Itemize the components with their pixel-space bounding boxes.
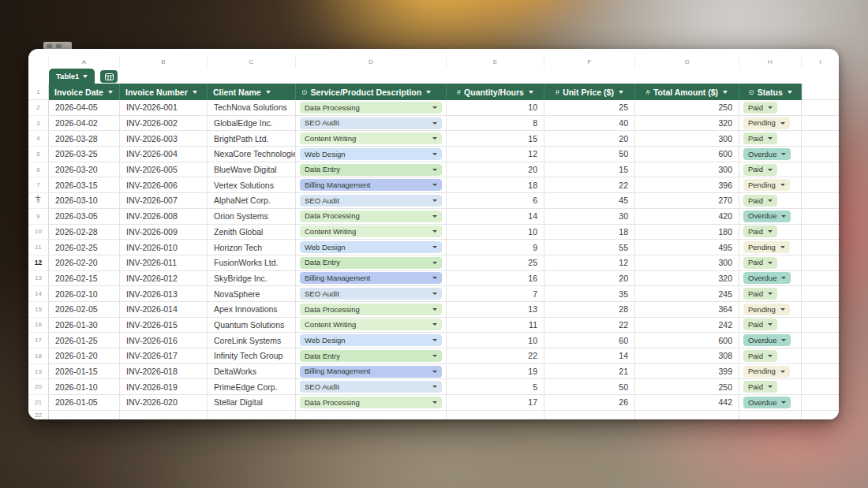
cell-total-amount[interactable]: 364 [635, 302, 739, 318]
service-dropdown-chip[interactable]: Data Processing [300, 102, 442, 114]
table-options-button[interactable] [100, 70, 118, 83]
cell-invoice-date[interactable]: 2026-01-20 [49, 348, 120, 364]
cell-service-description[interactable]: Web Design [296, 240, 447, 255]
cell-client-name[interactable]: GlobalEdge Inc. [208, 116, 296, 132]
cell-status[interactable]: Overdue [739, 271, 802, 287]
cell-unit-price[interactable]: 20 [544, 131, 635, 147]
select-all-corner[interactable] [28, 56, 49, 68]
cell-invoice-number[interactable]: INV-2026-004 [120, 147, 208, 162]
cell-quantity-hours[interactable]: 16 [447, 271, 544, 287]
row-number[interactable]: 9 [28, 209, 49, 225]
cell-invoice-date[interactable]: 2026-03-20 [49, 162, 120, 178]
cell-invoice-date[interactable]: 2026-02-05 [49, 302, 120, 318]
cell-service-description[interactable]: Content Writing [296, 225, 447, 240]
cell-invoice-number[interactable]: INV-2026-003 [120, 131, 208, 147]
cell-client-name[interactable]: Apex Innovations [208, 302, 296, 318]
header-quantity-hours[interactable]: #Quantity/Hours [447, 84, 544, 100]
cell-service-description[interactable]: SEO Audit [296, 116, 447, 132]
cell-unit-price[interactable]: 22 [544, 177, 635, 193]
status-dropdown-chip[interactable]: Overdue [743, 272, 791, 284]
status-dropdown-chip[interactable]: Paid [743, 132, 777, 144]
cell-invoice-number[interactable]: INV-2026-012 [120, 271, 208, 287]
service-dropdown-chip[interactable]: Data Processing [300, 304, 442, 315]
cell-client-name[interactable]: CoreLink Systems [208, 333, 296, 348]
status-dropdown-chip[interactable]: Pending [743, 366, 790, 378]
cell-total-amount[interactable]: 600 [635, 333, 739, 348]
cell-quantity-hours[interactable]: 13 [447, 302, 544, 318]
cell-invoice-date[interactable]: 2026-02-10 [49, 286, 120, 302]
row-number[interactable]: 4 [28, 131, 49, 147]
cell-status[interactable]: Pending [739, 302, 802, 318]
header-invoice-number[interactable]: Invoice Number [120, 84, 208, 100]
row-number[interactable]: 15 [28, 302, 49, 318]
cell-unit-price[interactable]: 15 [544, 162, 635, 178]
cell-service-description[interactable]: Billing Management [296, 364, 447, 380]
cell-quantity-hours[interactable]: 25 [447, 255, 544, 271]
service-dropdown-chip[interactable]: Data Entry [300, 164, 442, 176]
cell-invoice-number[interactable]: INV-2026-017 [120, 348, 208, 364]
row-number[interactable]: 21 [28, 395, 49, 411]
cell-invoice-date[interactable]: 2026-03-25 [49, 147, 120, 162]
cell-status[interactable]: Overdue [739, 147, 802, 162]
service-dropdown-chip[interactable]: Billing Management [300, 179, 442, 191]
cell-status[interactable]: Paid [739, 348, 802, 364]
cell-client-name[interactable]: Stellar Digital [208, 395, 296, 411]
cell-invoice-date[interactable]: 2026-04-02 [49, 116, 120, 132]
cell-service-description[interactable]: Data Processing [296, 395, 447, 411]
cell-invoice-date[interactable]: 2026-01-30 [49, 318, 120, 333]
column-letter-c[interactable]: C [208, 56, 296, 68]
service-dropdown-chip[interactable]: Data Entry [300, 257, 442, 269]
column-letter-g[interactable]: G [635, 56, 739, 68]
cell-total-amount[interactable]: 320 [635, 271, 739, 287]
cell-status[interactable]: Paid [739, 286, 802, 302]
header-total-amount-[interactable]: #Total Amount ($) [635, 84, 739, 100]
row-number[interactable]: 13 [28, 271, 49, 287]
cell-quantity-hours[interactable]: 12 [447, 147, 544, 162]
cell-status[interactable]: Paid [739, 100, 802, 116]
header-service-product-description[interactable]: ⊙Service/Product Description [296, 84, 447, 100]
cell-service-description[interactable]: Data Entry [296, 162, 447, 178]
cell-quantity-hours[interactable]: 17 [447, 395, 544, 411]
cell-invoice-number[interactable]: INV-2026-010 [120, 240, 208, 255]
cell-invoice-date[interactable]: 2026-01-05 [49, 395, 120, 411]
cell-client-name[interactable]: NexaCore Technologies [208, 147, 296, 162]
cell-service-description[interactable]: Billing Management [296, 177, 447, 193]
cell-invoice-number[interactable]: INV-2026-019 [120, 379, 208, 395]
cell-total-amount[interactable]: 245 [635, 286, 739, 302]
cell-service-description[interactable]: Content Writing [296, 131, 447, 147]
cell-unit-price[interactable]: 18 [544, 225, 635, 240]
cell-service-description[interactable]: Data Processing [296, 100, 447, 116]
cell-total-amount[interactable]: 396 [635, 177, 739, 193]
service-dropdown-chip[interactable]: Web Design [300, 334, 442, 346]
cell-status[interactable]: Overdue [739, 395, 802, 411]
status-dropdown-chip[interactable]: Paid [743, 164, 777, 176]
service-dropdown-chip[interactable]: Data Entry [300, 350, 442, 362]
row-number[interactable]: 12 [28, 255, 49, 271]
cell-invoice-number[interactable]: INV-2026-013 [120, 286, 208, 302]
cell-quantity-hours[interactable]: 22 [447, 348, 544, 364]
service-dropdown-chip[interactable]: Data Processing [300, 397, 442, 408]
cell-unit-price[interactable]: 40 [544, 116, 635, 132]
cell-total-amount[interactable]: 180 [635, 225, 739, 240]
cell-unit-price[interactable]: 21 [544, 364, 635, 380]
cell-unit-price[interactable]: 26 [544, 395, 635, 411]
cell-status[interactable]: Paid [739, 318, 802, 333]
row-number[interactable]: 18 [28, 348, 49, 364]
cell-total-amount[interactable]: 300 [635, 131, 739, 147]
cell-total-amount[interactable]: 600 [635, 147, 739, 162]
cell-status[interactable]: Overdue [739, 209, 802, 225]
cell-total-amount[interactable]: 420 [635, 209, 739, 225]
cell-invoice-number[interactable]: INV-2026-005 [120, 162, 208, 178]
service-dropdown-chip[interactable]: SEO Audit [300, 288, 442, 300]
cell-invoice-date[interactable]: 2026-01-15 [49, 364, 120, 380]
service-dropdown-chip[interactable]: Web Design [300, 241, 442, 253]
cell-total-amount[interactable]: 242 [635, 318, 739, 333]
row-number[interactable]: 14 [28, 286, 49, 302]
service-dropdown-chip[interactable]: Content Writing [300, 319, 442, 330]
cell-invoice-date[interactable]: 2026-04-05 [49, 100, 120, 116]
column-letter-d[interactable]: D [296, 56, 447, 68]
status-dropdown-chip[interactable]: Overdue [743, 397, 791, 408]
cell-quantity-hours[interactable]: 10 [447, 100, 544, 116]
cell-status[interactable]: Paid [739, 162, 802, 178]
cell-unit-price[interactable]: 60 [544, 333, 635, 348]
